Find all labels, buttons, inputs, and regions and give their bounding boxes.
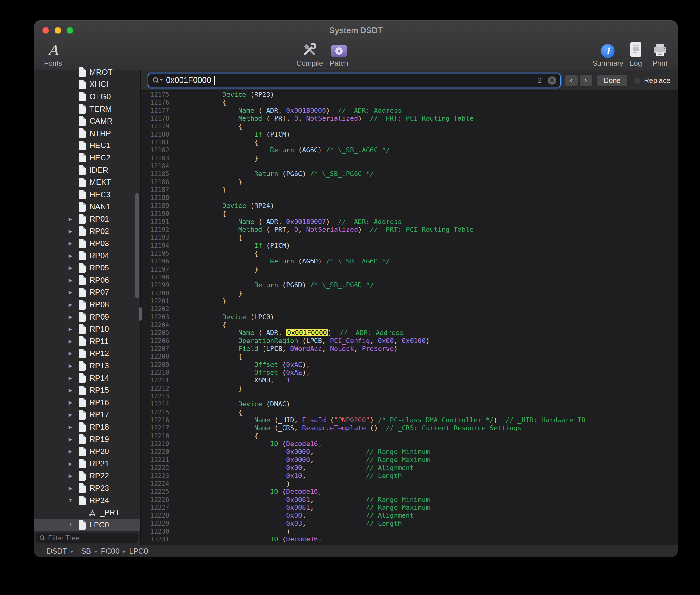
sidebar-item-xhci[interactable]: XHCI xyxy=(34,78,140,91)
sidebar-item-rp05[interactable]: ▶RP05 xyxy=(34,262,140,274)
sidebar-item-rp14[interactable]: ▶RP14 xyxy=(34,372,140,384)
code-text: { xyxy=(169,122,242,130)
line-number: 12175 xyxy=(141,91,169,98)
disclosure-triangle[interactable]: ▶ xyxy=(65,314,75,320)
sidebar-item-rp09[interactable]: ▶RP09 xyxy=(34,311,140,323)
sidebar-item-hec1[interactable]: HEC1 xyxy=(34,140,140,152)
disclosure-triangle[interactable]: ▶ xyxy=(65,424,75,430)
disclosure-triangle[interactable]: ▶ xyxy=(65,277,75,283)
sidebar-item-label: RP03 xyxy=(89,239,109,248)
disclosure-triangle[interactable]: ▶ xyxy=(65,228,75,234)
code-text: Return (PG6D) /* \_SB_.PG6D */ xyxy=(169,281,374,289)
disclosure-triangle[interactable]: ▶ xyxy=(65,216,75,222)
splitter-handle[interactable] xyxy=(139,307,142,321)
replace-checkbox[interactable] xyxy=(634,77,641,84)
find-nav-buttons: ‹ › xyxy=(565,75,592,86)
sidebar-item-rp15[interactable]: ▶RP15 xyxy=(34,384,140,396)
sidebar-item-camr[interactable]: CAMR xyxy=(34,115,140,127)
sidebar-item-rp16[interactable]: ▶RP16 xyxy=(34,396,140,409)
disclosure-triangle[interactable]: ▶ xyxy=(65,265,75,271)
disclosure-triangle[interactable]: ▶ xyxy=(65,461,75,466)
sidebar-item-nthp[interactable]: NTHP xyxy=(34,127,140,140)
compile-toolbar-button[interactable]: Compile xyxy=(296,39,323,67)
code-line: 12184 xyxy=(141,162,678,170)
sidebar-item-rp08[interactable]: ▶RP08 xyxy=(34,299,140,311)
disclosure-triangle[interactable]: ▶ xyxy=(65,485,75,491)
disclosure-triangle[interactable]: ▶ xyxy=(65,302,75,307)
sidebar-item-label: IDER xyxy=(89,166,108,175)
sidebar-item-otg0[interactable]: OTG0 xyxy=(34,90,140,103)
disclosure-triangle[interactable]: ▶ xyxy=(65,289,75,295)
sidebar-scrollbar[interactable] xyxy=(135,193,139,299)
breadcrumb-item-dsdt[interactable]: DSDT xyxy=(47,547,67,556)
code-editor[interactable]: 12175 Device (RP23)12176 {12177 Name (_A… xyxy=(141,91,678,545)
sidebar-item-mekt[interactable]: MEKT xyxy=(34,176,140,189)
disclosure-triangle[interactable]: ▶ xyxy=(65,375,75,381)
sidebar-item-rp04[interactable]: ▶RP04 xyxy=(34,250,140,262)
patch-toolbar-button[interactable]: Patch xyxy=(330,39,348,67)
line-number: 12228 xyxy=(141,511,169,519)
sidebar-item-rp17[interactable]: ▶RP17 xyxy=(34,409,140,421)
disclosure-triangle[interactable]: ▼ xyxy=(65,522,75,528)
sidebar-item-rp07[interactable]: ▶RP07 xyxy=(34,286,140,299)
sidebar-item-rp22[interactable]: ▶RP22 xyxy=(34,470,140,482)
sidebar-item-nan1[interactable]: NAN1 xyxy=(34,201,140,213)
replace-toggle[interactable]: Replace xyxy=(634,76,670,85)
sidebar-item-rp12[interactable]: ▶RP12 xyxy=(34,347,140,360)
print-toolbar-button[interactable]: Print xyxy=(652,39,668,67)
done-button[interactable]: Done xyxy=(597,75,628,86)
clear-search-button[interactable]: ✕ xyxy=(548,76,556,85)
disclosure-triangle[interactable]: ▶ xyxy=(65,449,75,454)
breadcrumb-item-lpc0[interactable]: LPC0 xyxy=(129,547,148,556)
line-number: 12207 xyxy=(141,345,169,353)
sidebar-item-hec3[interactable]: HEC3 xyxy=(34,189,140,201)
search-field[interactable]: 0x001F0000 2 ✕ xyxy=(148,74,560,87)
code-line: 12221 0x0000, // Range Maximum xyxy=(141,456,678,464)
sidebar-item-rp23[interactable]: ▶RP23 xyxy=(34,482,140,494)
sidebar-item-rp13[interactable]: ▶RP13 xyxy=(34,360,140,372)
disclosure-triangle[interactable]: ▶ xyxy=(65,412,75,418)
pane-divider[interactable] xyxy=(140,70,141,545)
breadcrumb-item-_sb[interactable]: _SB xyxy=(77,547,91,556)
sidebar-item-lpc0[interactable]: ▼LPC0 xyxy=(34,519,140,531)
sidebar-item-rp24[interactable]: ▼RP24 xyxy=(34,494,140,507)
code-line: 12202 xyxy=(141,305,678,313)
sidebar-item-rp21[interactable]: ▶RP21 xyxy=(34,458,140,470)
disclosure-triangle[interactable]: ▶ xyxy=(65,436,75,442)
summary-toolbar-button[interactable]: i Summary xyxy=(592,39,623,67)
fonts-toolbar-button[interactable]: A Fonts xyxy=(39,39,67,67)
sidebar-item-rp10[interactable]: ▶RP10 xyxy=(34,323,140,335)
disclosure-triangle[interactable]: ▶ xyxy=(65,400,75,405)
disclosure-triangle[interactable]: ▶ xyxy=(65,387,75,393)
sidebar-item-term[interactable]: TERM xyxy=(34,103,140,115)
disclosure-triangle[interactable]: ▶ xyxy=(65,240,75,246)
sidebar-item-rp20[interactable]: ▶RP20 xyxy=(34,445,140,458)
code-line: 12218 { xyxy=(141,432,678,440)
disclosure-triangle[interactable]: ▶ xyxy=(65,363,75,369)
sidebar-item-ider[interactable]: IDER xyxy=(34,164,140,176)
sidebar-item-mrot[interactable]: MROT xyxy=(34,66,140,78)
sidebar-item-_prt[interactable]: _PRT xyxy=(34,506,140,519)
editor-pane: 0x001F0000 2 ✕ ‹ › Done Replace xyxy=(141,70,678,545)
sidebar-item-rp11[interactable]: ▶RP11 xyxy=(34,335,140,347)
disclosure-triangle[interactable]: ▶ xyxy=(65,339,75,344)
sidebar-item-rp06[interactable]: ▶RP06 xyxy=(34,274,140,286)
code-text: If (PICM) xyxy=(169,242,290,250)
sidebar-item-rp19[interactable]: ▶RP19 xyxy=(34,433,140,446)
breadcrumb-item-pc00[interactable]: PC00 xyxy=(101,547,120,556)
sidebar-item-hec2[interactable]: HEC2 xyxy=(34,151,140,164)
log-toolbar-button[interactable]: Log xyxy=(629,39,643,67)
disclosure-triangle[interactable]: ▶ xyxy=(65,350,75,356)
sidebar-item-rp02[interactable]: ▶RP02 xyxy=(34,225,140,237)
sidebar-item-rp03[interactable]: ▶RP03 xyxy=(34,237,140,250)
disclosure-triangle[interactable]: ▶ xyxy=(65,473,75,479)
disclosure-triangle[interactable]: ▼ xyxy=(65,498,75,503)
sidebar-item-rp18[interactable]: ▶RP18 xyxy=(34,421,140,433)
find-next-button[interactable]: › xyxy=(579,75,592,86)
filter-tree-field[interactable]: Filter Tree xyxy=(36,533,138,543)
disclosure-triangle[interactable]: ▶ xyxy=(65,253,75,259)
sidebar-item-rp01[interactable]: ▶RP01 xyxy=(34,213,140,225)
disclosure-triangle[interactable]: ▶ xyxy=(65,326,75,332)
find-previous-button[interactable]: ‹ xyxy=(565,75,578,86)
code-line: 12231 IO (Decode16, xyxy=(141,535,678,543)
